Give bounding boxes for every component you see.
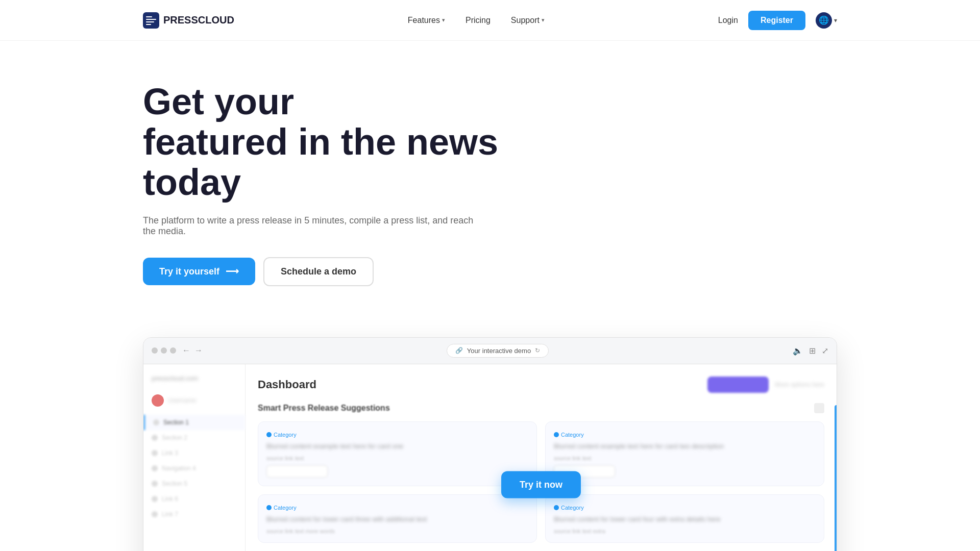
sidebar-user: Username [143,390,245,411]
dot-green [170,347,176,354]
register-button[interactable]: Register [748,11,805,30]
card-3-text: Blurred content for lower card three wit… [266,515,528,524]
menu-icon-7 [152,511,158,517]
language-button[interactable]: 🌐 ▾ [816,12,837,29]
section-title: Smart Press Release Suggestions [258,404,390,413]
card-1-text: Blurred content example text here for ca… [266,442,528,451]
sidebar-item-6[interactable]: Link 6 [143,491,245,507]
menu-icon-2 [152,435,158,441]
sidebar-item-4[interactable]: Navigation 4 [143,461,245,476]
logo-icon [143,12,159,29]
hero-title: Get your featured in the news today [143,82,602,203]
svg-rect-4 [146,24,151,25]
svg-rect-1 [146,16,152,17]
card-1-button[interactable] [266,465,328,478]
nav-links: Features ▾ Pricing Support ▾ [408,16,545,25]
scroll-bar [835,405,837,551]
menu-icon-5 [152,481,158,487]
app-sidebar: presscloud.com Username Section 1 Sectio… [143,364,246,551]
sidebar-item-1[interactable]: Section 1 [143,415,245,430]
brand-name: PRESSCLOUD [163,14,234,26]
card-4-link: source link text extra [554,528,816,534]
arrow-icon: ⟶ [226,266,239,277]
user-avatar [152,394,164,407]
try-it-now-button[interactable]: Try it now [501,471,581,498]
nav-right: Login Register 🌐 ▾ [718,11,837,30]
dashboard-title: Dashboard [258,378,316,391]
logo[interactable]: PRESSCLOUD [143,12,234,29]
card-4-tag: Category [554,505,584,511]
dot-yellow [161,347,167,354]
card-2-dot [554,432,559,437]
sidebar-label-6: Link 6 [162,495,178,503]
card-1: Category Blurred content example text he… [258,421,537,486]
card-4-dot [554,505,559,510]
browser-nav: ← → [182,346,203,355]
svg-rect-3 [146,21,154,22]
sidebar-menu: Section 1 Section 2 Link 3 Navigation 4 [143,415,245,522]
card-1-tag-text: Category [274,432,297,438]
fullscreen-icon: ⤢ [822,346,828,356]
sidebar-label-2: Section 2 [162,434,187,441]
card-2-tag: Category [554,432,584,438]
nav-pricing[interactable]: Pricing [465,16,491,25]
dashboard-action-button[interactable] [707,377,769,393]
sidebar-brand: presscloud.com [143,374,245,390]
card-2-tag-text: Category [561,432,584,438]
sidebar-item-5[interactable]: Section 5 [143,476,245,491]
section-settings-icon[interactable] [814,403,824,413]
dot-red [152,347,158,354]
user-name: Username [168,397,196,404]
link-icon: 🔗 [455,347,463,354]
browser-dots [152,347,176,354]
menu-icon-4 [152,465,158,471]
try-it-yourself-button[interactable]: Try it yourself ⟶ [143,258,255,285]
features-dropdown-arrow: ▾ [442,17,445,23]
browser-bar: ← → 🔗 Your interactive demo ↻ 🔈 ⊞ ⤢ [143,338,837,364]
schedule-demo-button[interactable]: Schedule a demo [263,257,374,286]
sidebar-item-7[interactable]: Link 7 [143,507,245,522]
app-main: Dashboard More options here Smart Press … [246,364,837,551]
refresh-icon: ↻ [535,347,540,354]
card-1-dot [266,432,272,437]
sidebar-label-3: Link 3 [162,449,178,457]
navbar: PRESSCLOUD Features ▾ Pricing Support ▾ … [0,0,980,41]
sidebar-item-2[interactable]: Section 2 [143,430,245,445]
hero-subtitle: The platform to write a press release in… [143,215,475,237]
hero-buttons: Try it yourself ⟶ Schedule a demo [143,257,837,286]
app-content-wrapper: presscloud.com Username Section 1 Sectio… [143,364,837,551]
back-icon[interactable]: ← [182,346,190,355]
card-2-bottom [554,465,816,478]
demo-browser: ← → 🔗 Your interactive demo ↻ 🔈 ⊞ ⤢ pres… [143,337,837,551]
card-3: Category Blurred content for lower card … [258,494,537,543]
card-1-bottom [266,465,528,478]
card-4: Category Blurred content for lower card … [545,494,824,543]
login-button[interactable]: Login [718,16,738,25]
url-pill: 🔗 Your interactive demo ↻ [447,344,549,358]
url-label: Your interactive demo [467,347,531,355]
card-2-link: source link text [554,455,816,461]
card-2-text: Blurred content example text here for ca… [554,442,816,451]
dashboard-header-right: More options here [707,377,824,393]
svg-rect-2 [146,19,156,20]
browser-url-bar: 🔗 Your interactive demo ↻ [209,344,787,358]
nav-features[interactable]: Features ▾ [408,16,445,25]
card-1-link: source link text [266,455,528,461]
card-3-link: source link text more words [266,528,528,534]
menu-icon-6 [152,496,158,502]
card-3-tag-text: Category [274,505,297,511]
sidebar-item-3[interactable]: Link 3 [143,445,245,461]
support-dropdown-arrow: ▾ [542,17,545,23]
dashboard-header: Dashboard More options here [258,377,824,393]
svg-rect-0 [143,12,159,29]
menu-icon-1 [153,419,159,425]
lang-chevron-icon: ▾ [834,17,837,24]
sidebar-label-5: Section 5 [162,480,187,487]
cards-grid-bottom: Category Blurred content for lower card … [258,494,824,543]
nav-support[interactable]: Support ▾ [511,16,545,25]
section-title-row: Smart Press Release Suggestions [258,403,824,413]
browser-right-icons: 🔈 ⊞ ⤢ [793,346,828,356]
forward-icon[interactable]: → [194,346,203,355]
card-2: Category Blurred content example text he… [545,421,824,486]
dashboard-header-text: More options here [775,381,824,388]
